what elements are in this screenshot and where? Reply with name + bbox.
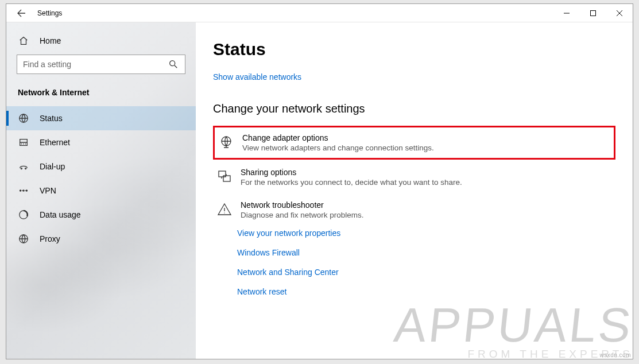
minimize-icon <box>564 10 570 16</box>
ethernet-icon <box>18 137 29 148</box>
change-adapter-option[interactable]: Change adapter options View network adap… <box>213 126 615 160</box>
sidebar-item-label: Proxy <box>40 234 60 243</box>
back-button[interactable] <box>11 4 32 22</box>
proxy-icon <box>18 233 29 245</box>
sidebar-item-label: Ethernet <box>40 138 70 147</box>
option-desc: Diagnose and fix network problems. <box>241 211 612 219</box>
svg-point-8 <box>26 190 27 191</box>
settings-window: Settings Home <box>6 3 633 359</box>
option-text: Network troubleshooter Diagnose and fix … <box>241 200 612 219</box>
close-button[interactable] <box>606 4 633 22</box>
show-networks-link[interactable]: Show available networks <box>213 72 301 82</box>
dialup-icon <box>18 161 29 172</box>
home-icon <box>18 35 29 47</box>
search-box[interactable] <box>17 55 185 74</box>
sidebar-item-ethernet[interactable]: Ethernet <box>6 130 196 154</box>
sidebar-item-vpn[interactable]: VPN <box>6 179 196 203</box>
titlebar: Settings <box>6 4 633 22</box>
maximize-icon <box>590 10 596 16</box>
option-desc: View network adapters and change connect… <box>242 144 610 152</box>
home-button[interactable]: Home <box>6 30 196 55</box>
option-text: Change adapter options View network adap… <box>242 133 610 152</box>
network-sharing-center-link[interactable]: Network and Sharing Center <box>237 268 615 277</box>
svg-point-5 <box>25 168 26 169</box>
page-title: Status <box>213 40 615 59</box>
sidebar-item-datausage[interactable]: Data usage <box>6 203 196 227</box>
sharing-icon <box>216 169 233 185</box>
view-properties-link[interactable]: View your network properties <box>237 229 615 238</box>
svg-point-4 <box>21 168 22 169</box>
vpn-icon <box>18 185 29 196</box>
titlebar-left: Settings <box>6 4 62 22</box>
data-usage-icon <box>18 209 29 220</box>
home-label: Home <box>40 36 61 45</box>
minimize-button[interactable] <box>553 4 580 22</box>
sidebar-item-proxy[interactable]: Proxy <box>6 227 196 251</box>
content: Home Network & Internet Status Ether <box>6 22 633 359</box>
link-stack: View your network properties Windows Fir… <box>237 229 615 307</box>
option-title: Sharing options <box>241 168 612 177</box>
warning-icon <box>216 202 233 218</box>
close-icon <box>617 10 622 16</box>
maximize-button[interactable] <box>580 4 606 22</box>
sharing-options[interactable]: Sharing options For the networks you con… <box>213 162 615 192</box>
search-icon <box>168 59 179 70</box>
network-reset-link[interactable]: Network reset <box>237 287 615 296</box>
sidebar-item-label: VPN <box>40 186 56 195</box>
window-title: Settings <box>37 9 62 17</box>
sidebar-section-header: Network & Internet <box>6 84 196 106</box>
sidebar-item-label: Status <box>40 114 63 123</box>
main-panel: Status Show available networks Change yo… <box>196 22 633 359</box>
sidebar-item-label: Dial-up <box>40 162 65 171</box>
option-desc: For the networks you connect to, decide … <box>241 178 612 187</box>
search-input[interactable] <box>23 60 168 69</box>
network-troubleshooter[interactable]: Network troubleshooter Diagnose and fix … <box>213 195 615 225</box>
svg-rect-0 <box>591 10 596 16</box>
sidebar-item-dialup[interactable]: Dial-up <box>6 154 196 179</box>
sidebar-item-label: Data usage <box>40 210 81 219</box>
window-controls <box>553 4 633 22</box>
option-title: Network troubleshooter <box>241 200 612 210</box>
arrow-left-icon <box>17 9 26 18</box>
globe-icon <box>18 113 29 124</box>
sidebar: Home Network & Internet Status Ether <box>6 22 196 359</box>
change-settings-heading: Change your network settings <box>213 102 615 115</box>
sidebar-item-status[interactable]: Status <box>6 106 196 130</box>
windows-firewall-link[interactable]: Windows Firewall <box>237 248 615 257</box>
svg-point-1 <box>170 61 175 66</box>
option-title: Change adapter options <box>242 133 610 142</box>
option-text: Sharing options For the networks you con… <box>241 168 612 187</box>
adapter-icon <box>218 134 234 150</box>
